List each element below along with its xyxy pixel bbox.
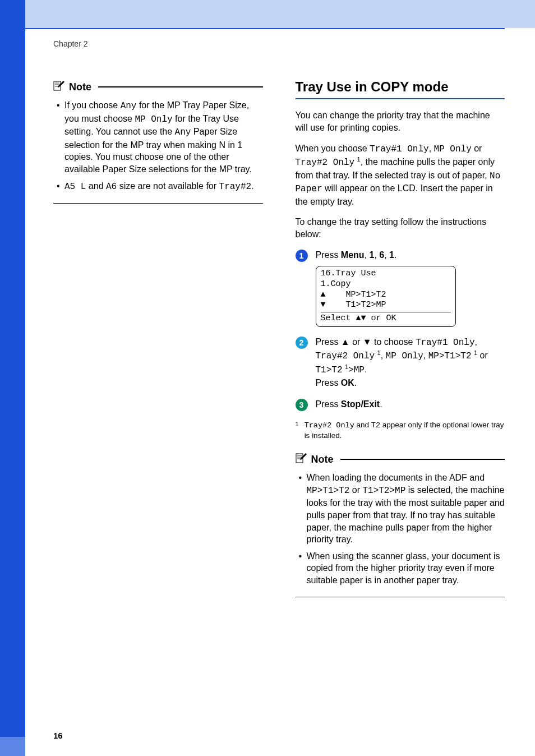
note-rule bbox=[340, 459, 505, 460]
step-1: 1 Press Menu, 1, 6, 1. 16.Tray Use 1.Cop… bbox=[296, 249, 505, 327]
step-3: 3 Press Stop/Exit. bbox=[296, 398, 505, 411]
step-number-badge: 1 bbox=[296, 250, 308, 262]
note-rule bbox=[98, 86, 263, 87]
lcd-line: 16.Tray Use bbox=[321, 269, 451, 279]
header-rule bbox=[25, 28, 505, 29]
left-column: Note If you choose Any for the MP Tray P… bbox=[53, 79, 263, 597]
note-bullet-1: If you choose Any for the MP Tray Paper … bbox=[57, 99, 263, 176]
top-accent-bar bbox=[25, 0, 535, 28]
pencil-note-icon bbox=[53, 80, 66, 94]
step-number-badge: 2 bbox=[296, 336, 308, 349]
lcd-line: ▲ MP>T1>T2 bbox=[321, 290, 451, 301]
page-number: 16 bbox=[53, 731, 63, 740]
section-heading: Tray Use in COPY mode bbox=[296, 79, 505, 99]
intro-paragraph-2: When you choose Tray#1 Only, MP Only or … bbox=[296, 142, 505, 208]
footnote-1: 1 Tray#2 Only and T2 appear only if the … bbox=[296, 420, 505, 440]
note-bullet-2: A5 L and A6 size are not available for T… bbox=[57, 180, 263, 193]
right-column: Tray Use in COPY mode You can change the… bbox=[296, 79, 505, 597]
pencil-note-icon bbox=[296, 453, 308, 466]
note-title: Note bbox=[69, 81, 91, 93]
intro-paragraph-3: To change the tray setting follow the in… bbox=[296, 216, 505, 241]
lcd-display: 16.Tray Use 1.Copy ▲ MP>T1>T2 ▼ T1>T2>MP… bbox=[316, 266, 456, 327]
step-number-badge: 3 bbox=[296, 399, 308, 411]
left-blue-sidebar bbox=[0, 0, 25, 749]
left-sidebar-shade bbox=[0, 737, 25, 756]
note-box-left: Note If you choose Any for the MP Tray P… bbox=[53, 79, 263, 204]
lcd-line: ▼ T1>T2>MP bbox=[321, 300, 451, 311]
chapter-label: Chapter 2 bbox=[53, 39, 505, 48]
note-header: Note bbox=[296, 453, 505, 466]
note-box-right: Note When loading the documents in the A… bbox=[296, 451, 505, 597]
step-2: 2 Press ▲ or ▼ to choose Tray#1 Only, Tr… bbox=[296, 336, 505, 389]
note-bullet-1: When loading the documents in the ADF an… bbox=[299, 472, 505, 546]
steps-list: 1 Press Menu, 1, 6, 1. 16.Tray Use 1.Cop… bbox=[296, 249, 505, 411]
page-content: Chapter 2 Note bbox=[53, 39, 505, 597]
lcd-line: 1.Copy bbox=[321, 279, 451, 290]
note-title: Note bbox=[311, 454, 334, 465]
note-bullet-2: When using the scanner glass, your docum… bbox=[299, 550, 505, 587]
note-header: Note bbox=[53, 80, 263, 94]
lcd-footer: Select ▲▼ or OK bbox=[321, 312, 451, 324]
intro-paragraph-1: You can change the priority tray that th… bbox=[296, 109, 505, 135]
